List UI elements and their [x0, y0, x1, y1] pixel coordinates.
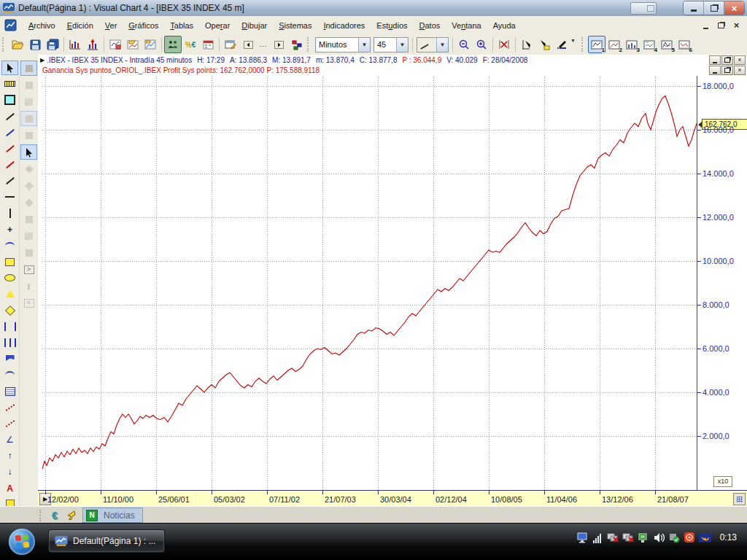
trend-line-tool[interactable] — [1, 125, 18, 140]
points-line2-tool[interactable] — [1, 416, 18, 431]
chart-report-button[interactable] — [107, 36, 124, 53]
arrow-down-tool[interactable]: ↓ — [1, 464, 18, 479]
signal-bars-icon[interactable] — [592, 531, 604, 543]
draw-pen-button[interactable] — [553, 36, 570, 53]
discard-data-button[interactable] — [495, 36, 513, 53]
start-button[interactable] — [9, 529, 35, 555]
template-5-button[interactable]: 5 — [658, 36, 676, 53]
collapse-arrow-icon[interactable]: ▶ — [40, 57, 44, 63]
gray-square-2[interactable] — [20, 245, 37, 260]
linked-nodes-button[interactable] — [287, 36, 305, 53]
open-folder-button[interactable] — [9, 36, 26, 53]
gray-hatch[interactable] — [20, 228, 37, 244]
text-panel-tool[interactable] — [1, 384, 18, 398]
ibeam-tool[interactable]: I — [20, 279, 37, 294]
properties-button[interactable] — [222, 36, 239, 53]
cycle-lines2-tool[interactable] — [1, 335, 18, 350]
chart-flag-button[interactable] — [124, 36, 142, 53]
mdi-close-icon[interactable]: × — [730, 20, 743, 31]
community-tool[interactable] — [20, 111, 37, 126]
parallel-lines-tool[interactable] — [1, 174, 18, 188]
network-error-icon[interactable] — [607, 531, 619, 543]
chevron-down-icon[interactable]: ▼ — [358, 38, 370, 52]
world-chart-tool[interactable] — [20, 128, 37, 143]
gray-diamond-2[interactable] — [20, 178, 37, 193]
trading-people-button[interactable] — [164, 36, 182, 53]
flag-tool[interactable] — [1, 351, 18, 366]
zoom-rect-tool[interactable] — [1, 93, 18, 107]
template-6-button[interactable]: 6 — [676, 36, 693, 53]
vertical-line-tool[interactable] — [1, 206, 18, 221]
red-line2-tool[interactable] — [1, 158, 18, 172]
triangle-shape-tool[interactable] — [1, 287, 18, 301]
menu-item-ver[interactable]: Ver — [99, 18, 123, 33]
noticias-tab[interactable]: N Noticias — [82, 508, 143, 523]
menu-item-archivo[interactable]: Archivo — [23, 18, 61, 33]
ellipse-shape-tool[interactable] — [1, 271, 18, 285]
menu-item-ventana[interactable]: Ventana — [446, 18, 487, 33]
script-box[interactable]: > — [20, 262, 37, 277]
monitor-icon[interactable] — [576, 531, 589, 543]
menu-item-graficos[interactable]: Gráficos — [123, 18, 164, 33]
save-button[interactable] — [26, 36, 44, 53]
gray-square-1[interactable] — [20, 211, 37, 227]
menu-item-dibujar[interactable]: Dibujar — [236, 18, 273, 33]
pane-close-icon[interactable]: × — [734, 66, 746, 75]
gray-diamond-3[interactable] — [20, 195, 37, 210]
angle-tool[interactable]: ∠ — [1, 432, 18, 447]
prev-page-button[interactable] — [239, 36, 257, 53]
pane-minimize-icon[interactable] — [709, 66, 721, 75]
chevron-down-icon[interactable]: ▼ — [396, 38, 408, 52]
restore-button[interactable] — [704, 1, 724, 15]
segment-tool[interactable] — [1, 109, 18, 124]
menu-item-operar[interactable]: Operar — [199, 18, 236, 33]
lan-icon[interactable] — [638, 531, 650, 543]
layout-window-tool[interactable] — [20, 61, 37, 76]
template-4-button[interactable]: 4 — [640, 36, 658, 53]
pointer-note-button[interactable] — [535, 36, 553, 53]
titlebar-widget[interactable] — [630, 2, 657, 15]
mdi-minimize-icon[interactable] — [700, 20, 712, 31]
close-box-tool[interactable]: × — [20, 295, 37, 311]
chart-minimize-icon[interactable] — [709, 55, 721, 65]
rect-shape-tool[interactable] — [1, 254, 18, 269]
insert-chart-button[interactable] — [66, 36, 84, 53]
news-pointer-icon[interactable] — [63, 509, 78, 522]
next-page-button[interactable] — [270, 36, 287, 53]
menu-item-sistemas[interactable]: Sistemas — [273, 18, 317, 33]
zoom-in-button[interactable] — [473, 36, 490, 53]
menu-item-ayuda[interactable]: Ayuda — [487, 18, 522, 33]
measure-tool[interactable] — [1, 77, 18, 91]
gray-diamond-1[interactable] — [20, 161, 37, 176]
arrow-up-tool[interactable]: ↑ — [1, 448, 18, 463]
axis-grid-icon[interactable] — [733, 493, 746, 505]
grid-tool[interactable] — [20, 94, 37, 109]
pane-restore-icon[interactable] — [721, 66, 733, 75]
x-axis[interactable]: ▶ 12/02/0011/10/0025/06/0105/03/0207/11/… — [38, 490, 747, 507]
minimize-button[interactable] — [684, 1, 704, 15]
points-line-tool[interactable] — [1, 400, 18, 415]
equity-curve-plot[interactable] — [42, 76, 697, 490]
menu-item-estudios[interactable]: Estudios — [371, 18, 413, 33]
pointer-tool[interactable] — [1, 61, 18, 75]
chart-download-button[interactable] — [84, 36, 101, 53]
diamond-shape-tool[interactable] — [1, 303, 18, 318]
save-all-button[interactable] — [44, 36, 61, 53]
chart-close-icon[interactable]: × — [734, 55, 746, 65]
calendar-button[interactable] — [199, 36, 217, 53]
menu-item-tablas[interactable]: Tablas — [164, 18, 199, 33]
menu-item-edicion[interactable]: Edición — [61, 18, 99, 33]
template-1-button[interactable]: 1 — [588, 36, 605, 53]
window-pointer-tool[interactable] — [20, 144, 37, 160]
chart-snapshot-button[interactable] — [142, 36, 159, 53]
interval-value-combo[interactable]: 45 ▼ — [374, 37, 409, 52]
percent-euro-button[interactable]: %€ — [182, 36, 199, 53]
zoom-out-button[interactable] — [455, 36, 473, 53]
template-3-button[interactable]: 3 — [623, 36, 640, 53]
speaker-icon[interactable] — [653, 531, 665, 543]
crosshair-pointer-button[interactable] — [518, 36, 535, 53]
pen-chevron-down-icon[interactable]: ▼ — [570, 38, 579, 51]
close-button[interactable]: × — [724, 1, 744, 15]
menu-item-indicadores[interactable]: Indicadores — [317, 18, 371, 33]
euro-icon[interactable]: € — [47, 509, 62, 522]
